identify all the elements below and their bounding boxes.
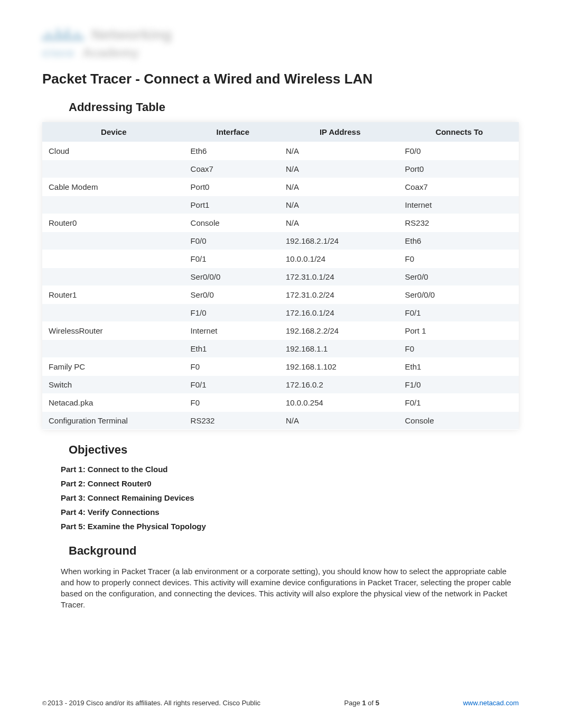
- td-interface: F0: [185, 358, 280, 376]
- td-ip: N/A: [280, 178, 400, 196]
- td-ip: 172.31.0.2/24: [280, 286, 400, 304]
- td-connects: F0/0: [399, 142, 519, 160]
- td-interface: RS232: [185, 412, 280, 430]
- td-device: [42, 340, 185, 358]
- td-interface: Coax7: [185, 160, 280, 178]
- td-device: [42, 232, 185, 250]
- td-device: [42, 304, 185, 322]
- td-device: [42, 268, 185, 286]
- td-connects: F1/0: [399, 376, 519, 394]
- logo-text-top: Networking: [91, 26, 172, 43]
- copyright-icon: ©: [42, 700, 46, 706]
- table-row: F1/0172.16.0.1/24F0/1: [42, 304, 519, 322]
- table-row: Family PCF0192.168.1.102Eth1: [42, 358, 519, 376]
- td-device: Cloud: [42, 142, 185, 160]
- cisco-logo-icon: [42, 29, 83, 41]
- table-row: Router0ConsoleN/ARS232: [42, 214, 519, 232]
- td-ip: 192.168.2.2/24: [280, 322, 400, 340]
- td-interface: Eth6: [185, 142, 280, 160]
- addressing-heading: Addressing Table: [69, 100, 519, 114]
- table-row: Router1Ser0/0172.31.0.2/24Ser0/0/0: [42, 286, 519, 304]
- td-connects: Eth6: [399, 232, 519, 250]
- objectives-heading: Objectives: [69, 443, 519, 457]
- footer-page-num: 1: [362, 699, 366, 707]
- td-connects: F0/1: [399, 394, 519, 412]
- logo-area: Networking cisco Academy: [42, 26, 519, 60]
- td-connects: Eth1: [399, 358, 519, 376]
- objective-item: Part 1: Connect to the Cloud: [61, 465, 519, 474]
- td-device: Netacad.pka: [42, 394, 185, 412]
- td-device: Family PC: [42, 358, 185, 376]
- td-connects: Port0: [399, 160, 519, 178]
- addressing-table: Device Interface IP Address Connects To …: [42, 122, 519, 430]
- td-interface: Eth1: [185, 340, 280, 358]
- footer-page-sep: of: [366, 699, 376, 707]
- td-connects: F0: [399, 250, 519, 268]
- td-ip: 172.31.0.1/24: [280, 268, 400, 286]
- footer-page-prefix: Page: [344, 699, 362, 707]
- table-row: Coax7N/APort0: [42, 160, 519, 178]
- footer-page-total: 5: [376, 699, 379, 707]
- td-ip: 192.168.2.1/24: [280, 232, 400, 250]
- logo-cisco-text: cisco: [42, 47, 74, 59]
- td-device: Configuration Terminal: [42, 412, 185, 430]
- table-row: F0/110.0.0.1/24F0: [42, 250, 519, 268]
- td-ip: 192.168.1.102: [280, 358, 400, 376]
- td-ip: N/A: [280, 142, 400, 160]
- td-device: Cable Modem: [42, 178, 185, 196]
- td-connects: F0: [399, 340, 519, 358]
- background-text: When working in Packet Tracer (a lab env…: [61, 566, 519, 610]
- background-heading: Background: [69, 544, 519, 558]
- td-interface: F0/0: [185, 232, 280, 250]
- td-ip: N/A: [280, 214, 400, 232]
- td-device: Switch: [42, 376, 185, 394]
- objective-item: Part 3: Connect Remaining Devices: [61, 493, 519, 502]
- td-connects: F0/1: [399, 304, 519, 322]
- th-ip: IP Address: [280, 122, 400, 142]
- footer-url: www.netacad.com: [463, 699, 519, 707]
- td-interface: Internet: [185, 322, 280, 340]
- table-row: F0/0192.168.2.1/24Eth6: [42, 232, 519, 250]
- footer-copyright-text: 2013 - 2019 Cisco and/or its affiliates.…: [48, 699, 260, 707]
- table-row: Port1N/AInternet: [42, 196, 519, 214]
- td-connects: Console: [399, 412, 519, 430]
- td-interface: F0/1: [185, 376, 280, 394]
- td-interface: Port0: [185, 178, 280, 196]
- footer: © 2013 - 2019 Cisco and/or its affiliate…: [42, 699, 519, 707]
- td-device: Router0: [42, 214, 185, 232]
- table-row: Eth1192.168.1.1F0: [42, 340, 519, 358]
- td-interface: Port1: [185, 196, 280, 214]
- table-row: Netacad.pkaF010.0.0.254F0/1: [42, 394, 519, 412]
- table-row: Ser0/0/0172.31.0.1/24Ser0/0: [42, 268, 519, 286]
- objectives-list: Part 1: Connect to the CloudPart 2: Conn…: [61, 465, 519, 531]
- objective-item: Part 5: Examine the Physical Topology: [61, 522, 519, 531]
- th-interface: Interface: [185, 122, 280, 142]
- table-row: WirelessRouterInternet192.168.2.2/24Port…: [42, 322, 519, 340]
- th-connects: Connects To: [399, 122, 519, 142]
- table-row: Cable ModemPort0N/ACoax7: [42, 178, 519, 196]
- td-connects: Coax7: [399, 178, 519, 196]
- page-title: Packet Tracer - Connect a Wired and Wire…: [42, 71, 519, 87]
- objective-item: Part 2: Connect Router0: [61, 479, 519, 488]
- td-ip: 10.0.0.1/24: [280, 250, 400, 268]
- td-interface: F0/1: [185, 250, 280, 268]
- td-device: [42, 196, 185, 214]
- td-device: WirelessRouter: [42, 322, 185, 340]
- table-row: SwitchF0/1172.16.0.2F1/0: [42, 376, 519, 394]
- td-ip: N/A: [280, 160, 400, 178]
- td-ip: 192.168.1.1: [280, 340, 400, 358]
- td-interface: F0: [185, 394, 280, 412]
- td-ip: N/A: [280, 412, 400, 430]
- td-ip: 172.16.0.2: [280, 376, 400, 394]
- td-ip: N/A: [280, 196, 400, 214]
- td-interface: Console: [185, 214, 280, 232]
- td-device: [42, 160, 185, 178]
- footer-copyright: © 2013 - 2019 Cisco and/or its affiliate…: [42, 699, 260, 707]
- td-interface: Ser0/0/0: [185, 268, 280, 286]
- td-connects: Ser0/0: [399, 268, 519, 286]
- td-device: [42, 250, 185, 268]
- logo-text-bottom: Academy: [82, 45, 139, 60]
- td-connects: Internet: [399, 196, 519, 214]
- td-ip: 10.0.0.254: [280, 394, 400, 412]
- td-connects: Port 1: [399, 322, 519, 340]
